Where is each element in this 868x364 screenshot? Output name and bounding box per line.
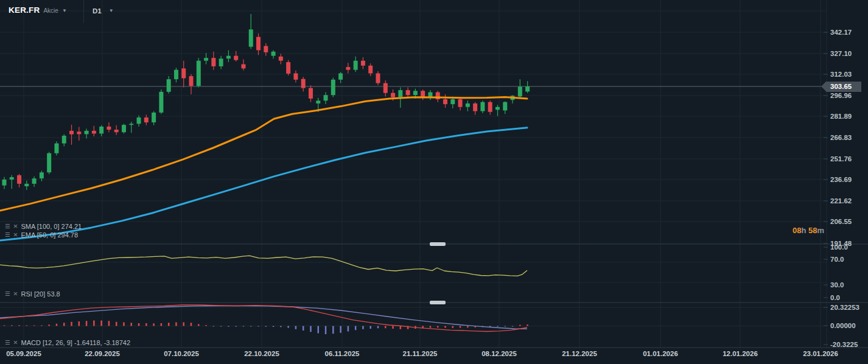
candle[interactable] [99, 125, 103, 136]
macd-histogram-bar [362, 326, 364, 329]
indicator-remove-icon[interactable]: ✕ [13, 291, 18, 297]
indicator-remove-icon[interactable]: ✕ [13, 232, 18, 238]
candle[interactable] [204, 53, 208, 64]
indicator-settings-icon[interactable]: ☰ [5, 340, 10, 346]
candle[interactable] [32, 177, 37, 187]
candle[interactable] [361, 57, 365, 69]
candle[interactable] [249, 14, 253, 49]
candle[interactable] [331, 77, 335, 97]
macd-histogram-bar [460, 326, 461, 328]
candle[interactable] [129, 122, 133, 133]
indicator-remove-icon[interactable]: ✕ [13, 223, 18, 229]
macd-histogram-bar [512, 326, 514, 327]
pane-resize-handle[interactable] [430, 242, 446, 246]
candle-body [525, 86, 530, 91]
candle[interactable] [69, 125, 74, 145]
candle[interactable] [473, 102, 477, 115]
candle[interactable] [167, 76, 171, 94]
candle[interactable] [383, 80, 388, 96]
candle[interactable] [293, 71, 298, 83]
candle-body [32, 178, 37, 184]
time-axis-label: 21.12.2025 [562, 350, 597, 357]
candle[interactable] [488, 100, 492, 114]
candle[interactable] [518, 79, 522, 98]
candle-body [256, 37, 261, 51]
candle[interactable] [309, 85, 313, 102]
candle[interactable] [122, 124, 126, 133]
candle[interactable] [10, 175, 14, 189]
candle[interactable] [226, 50, 231, 62]
macd-histogram-bar [11, 325, 13, 326]
candle[interactable] [279, 54, 283, 64]
candle[interactable] [511, 95, 515, 103]
candle-body [503, 102, 507, 111]
candle[interactable] [189, 74, 194, 94]
candle-body [428, 93, 432, 97]
candle-body [77, 131, 81, 134]
candle-body [466, 103, 470, 107]
candle[interactable] [525, 81, 530, 93]
candle[interactable] [17, 174, 21, 187]
pane-resize-handle[interactable] [430, 301, 446, 304]
price-axis-label: 206.55 [830, 218, 852, 225]
candle-body [226, 56, 231, 59]
candle[interactable] [211, 52, 215, 70]
candle[interactable] [480, 100, 485, 113]
macd-histogram-bar [100, 320, 102, 326]
candle-body [107, 127, 111, 130]
candle[interactable] [62, 135, 66, 147]
candle-body [249, 29, 253, 46]
candle[interactable] [346, 63, 350, 73]
candle[interactable] [354, 57, 358, 72]
macd-histogram-bar [519, 325, 521, 326]
candle[interactable] [256, 33, 261, 55]
candle[interactable] [85, 128, 89, 138]
candle[interactable] [159, 89, 163, 114]
indicator-settings-icon[interactable]: ☰ [5, 223, 10, 229]
macd-histogram-bar [265, 326, 267, 327]
candle[interactable] [174, 68, 178, 82]
symbol-selector[interactable]: KER.FR Akcie ▼ [9, 5, 67, 15]
indicator-settings-icon[interactable]: ☰ [5, 232, 10, 238]
indicator-settings-icon[interactable]: ☰ [5, 291, 10, 297]
candle[interactable] [241, 59, 245, 70]
candle[interactable] [24, 181, 29, 190]
candle[interactable] [428, 90, 432, 100]
candle[interactable] [466, 100, 470, 111]
candle[interactable] [197, 58, 201, 87]
macd-histogram-bar [123, 322, 125, 326]
candle[interactable] [436, 91, 440, 102]
macd-histogram-bar [497, 326, 499, 327]
candle[interactable] [77, 127, 81, 141]
macd-histogram-bar [295, 326, 297, 329]
candle[interactable] [324, 93, 328, 105]
candle[interactable] [152, 111, 156, 125]
candle[interactable] [271, 50, 276, 58]
timeframe-selector[interactable]: D1 ▼ [93, 7, 114, 15]
candle[interactable] [47, 152, 51, 174]
candle[interactable] [181, 61, 186, 88]
candle[interactable] [2, 177, 7, 189]
candle[interactable] [443, 94, 447, 108]
candle[interactable] [458, 98, 463, 111]
candle[interactable] [503, 102, 507, 114]
candle[interactable] [107, 122, 111, 132]
candle[interactable] [137, 116, 141, 127]
indicator-label-macd: MACD [12, 26, 9] -1.64118, -3.18742 [21, 339, 131, 346]
candle[interactable] [264, 43, 268, 56]
macd-histogram-bar [437, 326, 439, 328]
candle[interactable] [421, 89, 425, 100]
candle-body [174, 70, 178, 79]
candle[interactable] [92, 126, 96, 136]
chart-canvas[interactable]: 342.17327.10312.03296.96281.89266.83251.… [0, 0, 868, 364]
candle[interactable] [219, 56, 223, 69]
candle-body [114, 130, 119, 132]
indicator-remove-icon[interactable]: ✕ [13, 340, 18, 346]
candle[interactable] [234, 51, 238, 61]
candle[interactable] [286, 60, 290, 75]
candle[interactable] [114, 125, 119, 135]
candle[interactable] [54, 141, 58, 155]
candle-body [279, 57, 283, 61]
candle[interactable] [376, 71, 380, 85]
candle[interactable] [301, 77, 306, 91]
